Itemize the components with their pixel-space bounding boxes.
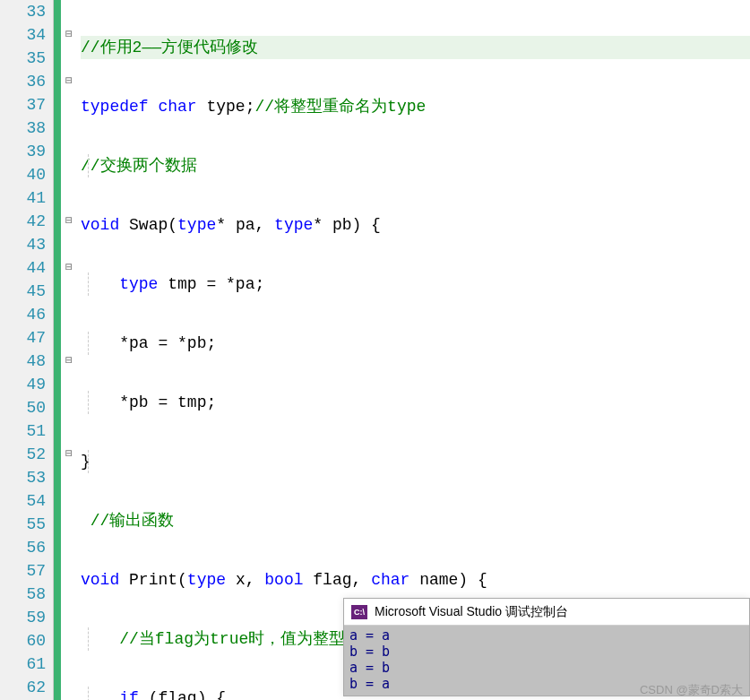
fold-toggle-icon[interactable]: ⊟: [61, 256, 77, 280]
fold-toggle-icon[interactable]: ⊟: [61, 210, 77, 233]
console-titlebar[interactable]: C:\ Microsoft Visual Studio 调试控制台: [344, 599, 749, 626]
console-line: b = b: [349, 644, 744, 660]
line-number: 35: [0, 47, 46, 70]
line-number: 47: [0, 326, 46, 350]
line-number: 45: [0, 280, 46, 303]
line-number: 34: [0, 23, 46, 47]
console-title-text: Microsoft Visual Studio 调试控制台: [375, 604, 568, 620]
fold-toggle-icon[interactable]: ⊟: [61, 350, 77, 373]
console-line: a = b: [349, 660, 744, 676]
line-number: 33: [0, 0, 46, 23]
line-number: 42: [0, 210, 46, 233]
line-number: 57: [0, 559, 46, 583]
watermark-text: CSDN @蒙奇D索大: [640, 682, 743, 698]
line-number: 39: [0, 140, 46, 163]
line-number: 37: [0, 93, 46, 117]
line-number: 60: [0, 629, 46, 652]
line-number: 46: [0, 303, 46, 326]
line-number: 41: [0, 186, 46, 210]
line-number: 49: [0, 373, 46, 396]
console-line: a = a: [349, 627, 744, 644]
line-number: 62: [0, 676, 46, 699]
code-editor: 33 34 35 36 37 38 39 40 41 42 43 44 45 4…: [0, 0, 750, 700]
fold-gutter: ⊟ ⊟ ⊟ ⊟ ⊟ ⊟: [61, 0, 77, 700]
line-number: 40: [0, 163, 46, 186]
line-number-gutter: 33 34 35 36 37 38 39 40 41 42 43 44 45 4…: [0, 0, 54, 700]
comment-text: //作用2——方便代码修改: [81, 39, 258, 56]
line-number: 50: [0, 396, 46, 419]
fold-toggle-icon[interactable]: ⊟: [61, 443, 77, 466]
line-number: 59: [0, 606, 46, 629]
fold-toggle-icon[interactable]: ⊟: [61, 23, 77, 47]
line-number: 36: [0, 70, 46, 93]
line-number: 53: [0, 466, 46, 489]
line-number: 44: [0, 256, 46, 280]
vs-icon: C:\: [351, 605, 367, 619]
code-area[interactable]: //作用2——方便代码修改 typedef char type;//将整型重命名…: [77, 0, 750, 700]
line-number: 38: [0, 117, 46, 140]
line-number: 61: [0, 652, 46, 676]
line-number: 51: [0, 419, 46, 443]
line-number: 56: [0, 536, 46, 559]
line-number: 54: [0, 489, 46, 513]
line-number: 55: [0, 513, 46, 536]
fold-toggle-icon[interactable]: ⊟: [61, 70, 77, 93]
line-number: 48: [0, 350, 46, 373]
line-number: 58: [0, 583, 46, 606]
change-marker: [54, 0, 61, 700]
line-number: 52: [0, 443, 46, 466]
line-number: 43: [0, 233, 46, 256]
